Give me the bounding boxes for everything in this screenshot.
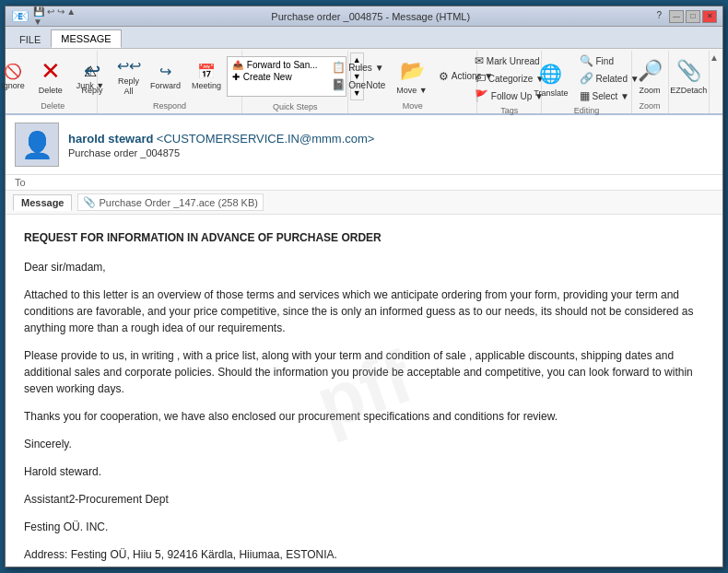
ribbon-group-ezdetach: 📎 EZDetach (669, 51, 710, 113)
forward-label: Forward (150, 81, 181, 91)
mark-unread-icon: ✉ (475, 54, 484, 67)
message-area: 👤 harold steward <CUSTOMERSERVICE.IN@mmm… (6, 115, 722, 567)
move-label: Move ▼ (396, 86, 427, 96)
sender-name: harold steward (68, 132, 153, 146)
sender-details: harold steward <CUSTOMERSERVICE.IN@mmm.c… (68, 132, 713, 158)
translate-label: Translate (534, 88, 568, 99)
collapse-icon[interactable]: ▲ (710, 53, 719, 63)
move-icon: 📂 (397, 56, 427, 86)
title-bar: 📧 💾 ↩ ↪ ▲ ▼ Purchase order _004875 - Mes… (6, 6, 722, 27)
ribbon-group-editing: 🌐 Translate 🔍 Find 🔗 Related ▼ ▦ Select … (542, 51, 631, 113)
zoom-icon: 🔎 (635, 56, 664, 86)
email-para-1: Dear sir/madam, (24, 259, 704, 275)
select-icon: ▦ (580, 89, 590, 102)
window-title: Purchase order _004875 - Message (HTML) (85, 11, 656, 22)
delete-label: Delete (39, 86, 63, 96)
forward-icon: ↪ (156, 61, 176, 81)
move-group-label: Move (403, 99, 423, 111)
email-para-8: Festing OÜ. INC. (24, 519, 704, 535)
email-para-3: Please provide to us, in writing , with … (24, 347, 704, 397)
rules-label: Rules ▼ (348, 63, 383, 73)
paperclip-icon: 📎 (83, 196, 96, 208)
move-btn[interactable]: 📂 Move ▼ (392, 53, 431, 99)
ribbon-collapse[interactable]: ▲ (710, 51, 719, 113)
ezdetach-buttons: 📎 EZDetach (665, 53, 711, 99)
delete-button[interactable]: ✕ Delete (31, 53, 70, 99)
email-para-9: Address: Festing OÜ, Hiiu 5, 92416 Kärdl… (24, 546, 704, 563)
ezdetach-label: EZDetach (670, 86, 707, 96)
meeting-label: Meeting (192, 81, 221, 91)
sender-email: <CUSTOMERSERVICE.IN@mmm.com> (157, 132, 375, 146)
find-label: Find (596, 56, 614, 66)
create-new-item[interactable]: ✚ Create New (229, 71, 344, 83)
ezdetach-group-label (687, 99, 690, 111)
zoom-group-label: Zoom (640, 99, 661, 111)
forward-to-san-item[interactable]: 📤 Forward to San... (229, 59, 344, 71)
ignore-button[interactable]: 🚫 Ignore (0, 58, 29, 94)
ezdetach-button[interactable]: 📎 EZDetach (665, 53, 711, 99)
categorize-icon: 🏷 (475, 72, 486, 85)
maximize-btn[interactable]: □ (686, 10, 700, 23)
email-para-6: Harold steward. (24, 463, 704, 480)
email-body: pff REQUEST FOR INFORMATION IN ADVANCE O… (6, 215, 722, 567)
translate-icon: 🌐 (536, 59, 566, 88)
ribbon-group-respond: ↩ Reply ↩↩ ReplyAll ↪ Forward 📅 Meeting … (98, 51, 243, 113)
ribbon: 🚫 Ignore ✕ Delete ⚠ Junk ▼ Delete ↩ Rep (6, 49, 722, 115)
reply-label: Reply (82, 86, 103, 96)
select-label: Select ▼ (593, 91, 629, 101)
zoom-button[interactable]: 🔎 Zoom (630, 53, 669, 99)
minimize-btn[interactable]: — (669, 10, 684, 23)
editing-buttons: 🌐 Translate 🔍 Find 🔗 Related ▼ ▦ Select … (529, 53, 643, 104)
create-new-icon: ✚ (232, 72, 240, 82)
tab-file[interactable]: FILE (9, 29, 51, 48)
onenote-label: OneNote (348, 80, 385, 90)
reply-all-button[interactable]: ↩↩ ReplyAll (113, 53, 144, 99)
find-icon: 🔍 (580, 54, 593, 67)
ignore-icon: 🚫 (3, 61, 23, 81)
email-para-5: Sincerely. (24, 436, 704, 452)
email-para-7: Assistant2-Procurement Dept (24, 491, 704, 508)
related-icon: 🔗 (580, 72, 593, 85)
attachment-filename: Purchase Order _147.ace (258 KB) (99, 197, 257, 208)
ribbon-group-zoom: 🔎 Zoom Zoom (632, 51, 669, 113)
rules-button[interactable]: 📋 Rules ▼ (327, 59, 390, 76)
avatar: 👤 (15, 123, 59, 167)
delete-group-label: Delete (41, 99, 65, 111)
to-line: To (6, 175, 722, 191)
ezdetach-icon: 📎 (674, 56, 703, 86)
forward-san-label: Forward to San... (247, 60, 318, 70)
reply-icon: ↩ (77, 56, 107, 86)
onenote-button[interactable]: 📓 OneNote (327, 76, 390, 93)
to-label: To (15, 177, 26, 188)
translate-button[interactable]: 🌐 Translate (529, 55, 572, 102)
ignore-label: Ignore (1, 81, 25, 91)
message-tab[interactable]: Message (13, 194, 72, 211)
sender-info: 👤 harold steward <CUSTOMERSERVICE.IN@mmm… (6, 115, 722, 175)
ribbon-group-move: 📋 Rules ▼ 📓 OneNote 📂 Move ▼ ⚙ Action (348, 51, 477, 113)
help-btn[interactable]: ? (656, 10, 662, 23)
email-heading: REQUEST FOR INFORMATION IN ADVANCE OF PU… (24, 229, 704, 246)
sender-name-email: harold steward <CUSTOMERSERVICE.IN@mmm.c… (68, 132, 713, 146)
forward-san-icon: 📤 (232, 60, 243, 70)
email-para-4: Thanks you for cooperation, we have also… (24, 408, 704, 425)
zoom-label: Zoom (640, 86, 661, 96)
meeting-button[interactable]: 📅 Meeting (187, 58, 226, 94)
attachment-file[interactable]: 📎 Purchase Order _147.ace (258 KB) (77, 193, 263, 211)
reply-button[interactable]: ↩ Reply (73, 53, 112, 99)
meeting-icon: 📅 (196, 61, 217, 81)
ribbon-tabs: FILE MESSAGE (6, 27, 722, 49)
move-small-group: 📋 Rules ▼ 📓 OneNote (327, 59, 390, 93)
avatar-icon: 👤 (21, 130, 53, 160)
rules-icon: 📋 (332, 61, 346, 74)
quicksteps-group-label: Quick Steps (273, 100, 318, 112)
actions-icon: ⚙ (439, 70, 449, 83)
tab-message[interactable]: MESSAGE (51, 29, 121, 48)
subject-line: Purchase order _004875 (68, 147, 713, 158)
reply-all-label: ReplyAll (118, 76, 139, 97)
forward-button[interactable]: ↪ Forward (146, 58, 185, 94)
close-btn[interactable]: ✕ (702, 10, 717, 23)
reply-all-icon: ↩↩ (119, 56, 139, 76)
outlook-window: 📧 💾 ↩ ↪ ▲ ▼ Purchase order _004875 - Mes… (5, 6, 723, 567)
email-para-2: Attached to this letter is an overview o… (24, 286, 704, 336)
create-new-label: Create New (243, 72, 292, 82)
